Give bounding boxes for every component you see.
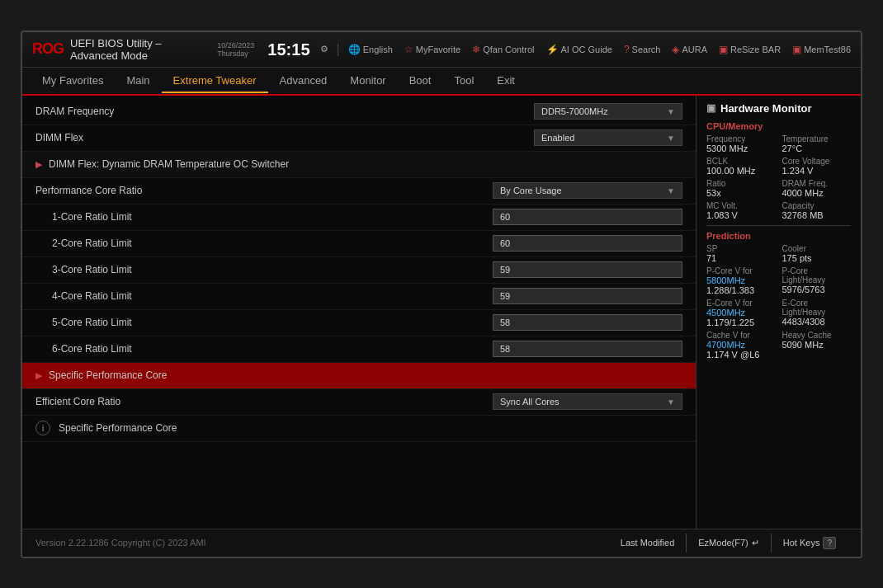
toolbar-myfavorite-label: MyFavorite bbox=[416, 45, 460, 54]
core1-ratio-input[interactable]: 60 bbox=[493, 209, 682, 225]
toolbar-resizebar-label: ReSize BAR bbox=[730, 45, 781, 54]
pcore-v-freq: 5800MHz bbox=[706, 275, 776, 285]
dimm-flex-section-header[interactable]: ▶ DIMM Flex: Dynamic DRAM Temperature OC… bbox=[22, 152, 696, 178]
efficient-core-ratio-dropdown[interactable]: Sync All Cores ▼ bbox=[493, 393, 682, 410]
panel-title: ▣ Hardware Monitor bbox=[706, 102, 851, 115]
efficient-core-ratio-value: Sync All Cores ▼ bbox=[493, 393, 682, 410]
core3-ratio-row: 3-Core Ratio Limit 59 bbox=[22, 257, 696, 284]
search-icon: ? bbox=[624, 44, 630, 55]
core5-ratio-input[interactable]: 58 bbox=[493, 314, 682, 331]
toolbar-search-label: Search bbox=[632, 45, 661, 54]
specific-expand-icon: ▶ bbox=[35, 370, 42, 381]
specific-perf-core-section[interactable]: ▶ Specific Performance Core bbox=[22, 363, 696, 389]
ecore-v-label: E-Core V for bbox=[706, 299, 776, 308]
clock-display: 15:15 bbox=[267, 41, 309, 58]
dram-freq-label: DRAM Freq. bbox=[782, 179, 852, 188]
ecore-lh-label: E-Core Light/Heavy bbox=[782, 299, 852, 317]
dimm-flex-label: DIMM Flex bbox=[35, 132, 534, 143]
mc-volt-value: 1.083 V bbox=[706, 210, 776, 220]
toolbar-aioc[interactable]: ⚡ AI OC Guide bbox=[546, 44, 612, 55]
nav-boot[interactable]: Boot bbox=[398, 69, 443, 92]
capacity-value: 32768 MB bbox=[782, 210, 852, 220]
cpu-memory-section: CPU/Memory bbox=[706, 121, 851, 131]
ai-icon: ⚡ bbox=[546, 44, 559, 55]
ratio-label: Ratio bbox=[706, 179, 776, 188]
toolbar-memtest-label: MemTest86 bbox=[804, 45, 851, 54]
dram-frequency-row: DRAM Frequency DDR5-7000MHz ▼ bbox=[22, 99, 696, 125]
expand-icon: ▶ bbox=[35, 159, 42, 170]
nav-monitor[interactable]: Monitor bbox=[338, 69, 397, 92]
specific-perf-core-label: Specific Performance Core bbox=[49, 369, 682, 381]
dram-frequency-dropdown[interactable]: DDR5-7000MHz ▼ bbox=[534, 103, 682, 120]
toolbar-english[interactable]: 🌐 English bbox=[348, 44, 393, 55]
footer-buttons: Last Modified EzMode(F7) ↵ Hot Keys ? bbox=[609, 534, 848, 553]
core3-ratio-input[interactable]: 59 bbox=[493, 261, 682, 278]
bclk-value: 100.00 MHz bbox=[706, 166, 776, 176]
toolbar-aura[interactable]: ◈ AURA bbox=[672, 44, 707, 55]
core4-ratio-text: 59 bbox=[500, 291, 510, 301]
dimm-flex-dropdown[interactable]: Enabled ▼ bbox=[534, 129, 682, 146]
performance-core-ratio-row: Performance Core Ratio By Core Usage ▼ bbox=[22, 178, 696, 205]
info-icon: i bbox=[35, 421, 50, 435]
date-line2: Thursday bbox=[217, 49, 248, 58]
frequency-value: 5300 MHz bbox=[706, 143, 776, 153]
cooler-label: Cooler bbox=[782, 244, 852, 253]
hot-keys-button[interactable]: Hot Keys ? bbox=[771, 534, 848, 553]
toolbar-qfan[interactable]: ❄ Qfan Control bbox=[472, 44, 534, 55]
toolbar-search[interactable]: ? Search bbox=[624, 44, 661, 55]
cooler-value: 175 pts bbox=[782, 253, 852, 263]
pcore-lh-stat: P-Core Light/Heavy 5976/5763 bbox=[782, 266, 852, 295]
core-voltage-label: Core Voltage bbox=[782, 157, 852, 166]
toolbar-aioc-label: AI OC Guide bbox=[561, 45, 612, 54]
cache-v-grid: Cache V for 4700MHz 1.174 V @L6 Heavy Ca… bbox=[706, 331, 851, 360]
nav-my-favorites[interactable]: My Favorites bbox=[31, 69, 115, 92]
temperature-value: 27°C bbox=[782, 143, 852, 153]
core5-ratio-text: 58 bbox=[500, 318, 510, 327]
toolbar-myfavorite[interactable]: ☆ MyFavorite bbox=[404, 44, 460, 55]
core1-ratio-row: 1-Core Ratio Limit 60 bbox=[22, 205, 696, 231]
hot-keys-label: Hot Keys bbox=[783, 538, 820, 548]
core2-ratio-label: 2-Core Ratio Limit bbox=[35, 238, 493, 249]
core6-ratio-input[interactable]: 58 bbox=[493, 341, 682, 357]
version-text: Version 2.22.1286 Copyright (C) 2023 AMI bbox=[35, 538, 206, 548]
cooler-stat: Cooler 175 pts bbox=[782, 244, 852, 263]
monitor-icon: ▣ bbox=[706, 102, 715, 114]
ratio-stat: Ratio 53x bbox=[706, 179, 776, 198]
dimm-flex-row: DIMM Flex Enabled ▼ bbox=[22, 125, 696, 152]
sp-cooler-grid: SP 71 Cooler 175 pts bbox=[706, 244, 851, 263]
core6-ratio-label: 6-Core Ratio Limit bbox=[35, 343, 493, 355]
last-modified-button[interactable]: Last Modified bbox=[609, 534, 686, 553]
cache-v-freq: 4700MHz bbox=[706, 340, 776, 350]
pcore-v-grid: P-Core V for 5800MHz 1.288/1.383 P-Core … bbox=[706, 266, 851, 295]
nav-exit[interactable]: Exit bbox=[485, 69, 526, 92]
sp-value: 71 bbox=[706, 253, 776, 263]
nav-advanced[interactable]: Advanced bbox=[268, 69, 339, 92]
cache-v-value: 1.174 V @L6 bbox=[706, 350, 776, 360]
rog-logo: ROG bbox=[32, 40, 64, 58]
nav-extreme-tweaker[interactable]: Extreme Tweaker bbox=[162, 69, 268, 93]
core2-ratio-text: 60 bbox=[500, 238, 510, 248]
nav-tool[interactable]: Tool bbox=[442, 69, 485, 92]
ez-mode-button[interactable]: EzMode(F7) ↵ bbox=[686, 534, 771, 553]
ratio-dramfreq-grid: Ratio 53x DRAM Freq. 4000 MHz bbox=[706, 179, 851, 198]
core2-ratio-input[interactable]: 60 bbox=[493, 235, 682, 252]
fan-icon: ❄ bbox=[472, 44, 480, 55]
toolbar-memtest[interactable]: ▣ MemTest86 bbox=[792, 44, 851, 55]
core4-ratio-input[interactable]: 59 bbox=[493, 288, 682, 304]
capacity-label: Capacity bbox=[782, 201, 852, 210]
settings-icon[interactable]: ⚙ bbox=[320, 44, 328, 54]
core3-ratio-text: 59 bbox=[500, 265, 510, 275]
ecore-v-stat: E-Core V for 4500MHz 1.179/1.225 bbox=[706, 299, 776, 327]
core-voltage-stat: Core Voltage 1.234 V bbox=[782, 157, 852, 176]
toolbar-resizebar[interactable]: ▣ ReSize BAR bbox=[719, 44, 781, 55]
ez-mode-label: EzMode(F7) bbox=[698, 538, 748, 548]
performance-core-ratio-dropdown[interactable]: By Core Usage ▼ bbox=[493, 182, 682, 199]
title-bar: ROG UEFI BIOS Utility – Advanced Mode 10… bbox=[22, 32, 861, 68]
bios-screen: ROG UEFI BIOS Utility – Advanced Mode 10… bbox=[21, 31, 862, 558]
footer: Version 2.22.1286 Copyright (C) 2023 AMI… bbox=[22, 529, 861, 557]
core1-ratio-label: 1-Core Ratio Limit bbox=[35, 211, 493, 223]
core2-ratio-row: 2-Core Ratio Limit 60 bbox=[22, 231, 696, 257]
cache-v-label: Cache V for bbox=[706, 331, 776, 340]
specific-perf-core-info-label: Specific Performance Core bbox=[59, 422, 682, 434]
nav-main[interactable]: Main bbox=[115, 69, 161, 92]
